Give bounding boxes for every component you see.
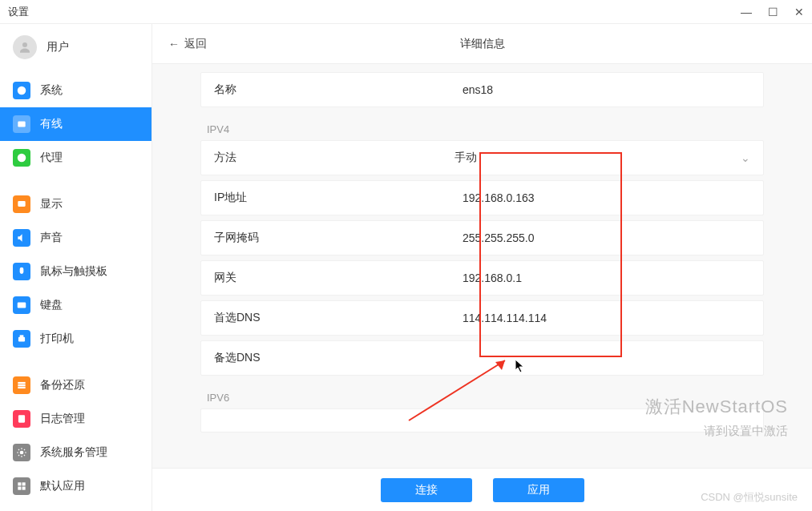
input-mask[interactable]: 255.255.255.0 (454, 231, 750, 244)
sidebar-icon (13, 149, 30, 167)
sidebar-item-7[interactable]: 打印机 (0, 322, 151, 356)
svg-rect-13 (18, 415, 25, 422)
sidebar-icon (13, 376, 30, 394)
svg-rect-11 (18, 384, 25, 386)
back-button[interactable]: ← 返回 (152, 37, 223, 51)
input-dns1[interactable]: 114.114.114.114 (454, 312, 750, 324)
row-mask: 子网掩码 255.255.255.0 (200, 220, 764, 256)
form-scroll[interactable]: 名称 ens18 IPV4 方法 手动 ⌄ IP地址 192.168.0.163… (152, 64, 812, 468)
sidebar-item-label: 有线 (40, 117, 63, 131)
svg-rect-16 (22, 482, 26, 485)
row-ip: IP地址 192.168.0.163 (200, 180, 764, 215)
row-name: 名称 ens18 (200, 72, 764, 107)
connect-button[interactable]: 连接 (381, 478, 472, 502)
user-label: 用户 (46, 40, 69, 54)
input-ip[interactable]: 192.168.0.163 (454, 191, 750, 204)
sidebar-item-11[interactable]: 默认应用 (0, 469, 151, 503)
row-ipv6-placeholder (200, 408, 764, 433)
row-dns2: 备选DNS (200, 340, 764, 376)
sidebar-icon (13, 263, 30, 280)
sidebar-item-6[interactable]: 键盘 (0, 288, 151, 322)
content-pane: ← 返回 详细信息 名称 ens18 IPV4 方法 手动 ⌄ IP地址 192… (152, 24, 812, 511)
svg-rect-6 (20, 268, 24, 274)
sidebar-icon (13, 444, 30, 461)
sidebar-item-8[interactable]: 备份还原 (0, 368, 151, 402)
sidebar-icon (13, 296, 30, 314)
svg-rect-7 (18, 303, 26, 308)
input-gateway[interactable]: 192.168.0.1 (454, 272, 750, 284)
svg-rect-8 (18, 337, 25, 342)
sidebar-icon (13, 410, 30, 428)
section-ipv4: IPV4 (200, 112, 764, 140)
sidebar-icon: i (13, 82, 30, 99)
sidebar: 用户 i系统有线代理显示声音鼠标与触摸板键盘打印机备份还原日志管理系统服务管理默… (0, 24, 152, 511)
back-label: 返回 (184, 37, 207, 51)
svg-rect-3 (18, 122, 25, 127)
label-method: 方法 (214, 151, 454, 165)
value-name[interactable]: ens18 (454, 83, 750, 96)
sidebar-item-2[interactable]: 代理 (0, 141, 151, 175)
close-button[interactable]: ✕ (794, 6, 804, 18)
sidebar-icon (13, 477, 30, 495)
minimize-button[interactable]: — (741, 6, 752, 18)
sidebar-icon (13, 115, 30, 133)
apply-button[interactable]: 应用 (493, 478, 584, 502)
sidebar-item-0[interactable]: i系统 (0, 74, 151, 107)
svg-rect-5 (18, 201, 25, 207)
label-name: 名称 (214, 82, 454, 97)
sidebar-item-label: 系统 (40, 83, 63, 98)
svg-rect-12 (18, 387, 25, 388)
sidebar-item-label: 默认应用 (40, 479, 85, 493)
sidebar-icon (13, 330, 30, 348)
sidebar-item-9[interactable]: 日志管理 (0, 402, 151, 436)
svg-point-14 (20, 451, 24, 455)
chevron-down-icon: ⌄ (741, 151, 750, 164)
svg-rect-15 (18, 482, 21, 485)
label-dns1: 首选DNS (214, 311, 454, 325)
svg-rect-18 (22, 487, 26, 490)
sidebar-user[interactable]: 用户 (0, 24, 151, 70)
sidebar-item-label: 鼠标与触摸板 (40, 264, 107, 279)
row-gateway: 网关 192.168.0.1 (200, 260, 764, 296)
sidebar-item-3[interactable]: 显示 (0, 187, 151, 221)
sidebar-item-label: 代理 (40, 151, 63, 165)
row-dns1: 首选DNS 114.114.114.114 (200, 300, 764, 336)
svg-rect-9 (20, 335, 24, 337)
label-dns2: 备选DNS (214, 351, 454, 365)
sidebar-item-label: 打印机 (40, 332, 74, 346)
sidebar-item-label: 备份还原 (40, 378, 85, 392)
section-ipv6: IPV6 (200, 380, 764, 408)
svg-rect-10 (18, 382, 25, 384)
value-method: 手动 (454, 151, 477, 165)
sidebar-item-label: 显示 (40, 197, 63, 211)
sidebar-item-label: 日志管理 (40, 412, 85, 426)
sidebar-item-5[interactable]: 鼠标与触摸板 (0, 255, 151, 288)
label-mask: 子网掩码 (214, 231, 454, 245)
window-title: 设置 (8, 5, 29, 19)
sidebar-item-label: 声音 (40, 231, 63, 245)
sidebar-icon (13, 229, 30, 247)
sidebar-item-1[interactable]: 有线 (0, 107, 151, 141)
arrow-left-icon: ← (168, 38, 180, 50)
svg-rect-17 (18, 487, 21, 490)
sidebar-item-label: 键盘 (40, 298, 63, 312)
page-title: 详细信息 (460, 37, 505, 51)
avatar (13, 35, 37, 59)
window-controls: — ☐ ✕ (741, 6, 804, 18)
content-header: ← 返回 详细信息 (152, 24, 812, 64)
row-method[interactable]: 方法 手动 ⌄ (200, 140, 764, 175)
sidebar-item-label: 系统服务管理 (40, 445, 107, 460)
sidebar-item-4[interactable]: 声音 (0, 221, 151, 255)
maximize-button[interactable]: ☐ (768, 6, 778, 18)
sidebar-item-10[interactable]: 系统服务管理 (0, 436, 151, 469)
svg-point-0 (22, 42, 27, 47)
footer: 连接 应用 (152, 468, 812, 511)
sidebar-icon (13, 195, 30, 213)
label-ip: IP地址 (214, 191, 454, 205)
titlebar: 设置 — ☐ ✕ (0, 0, 812, 24)
label-gateway: 网关 (214, 271, 454, 285)
